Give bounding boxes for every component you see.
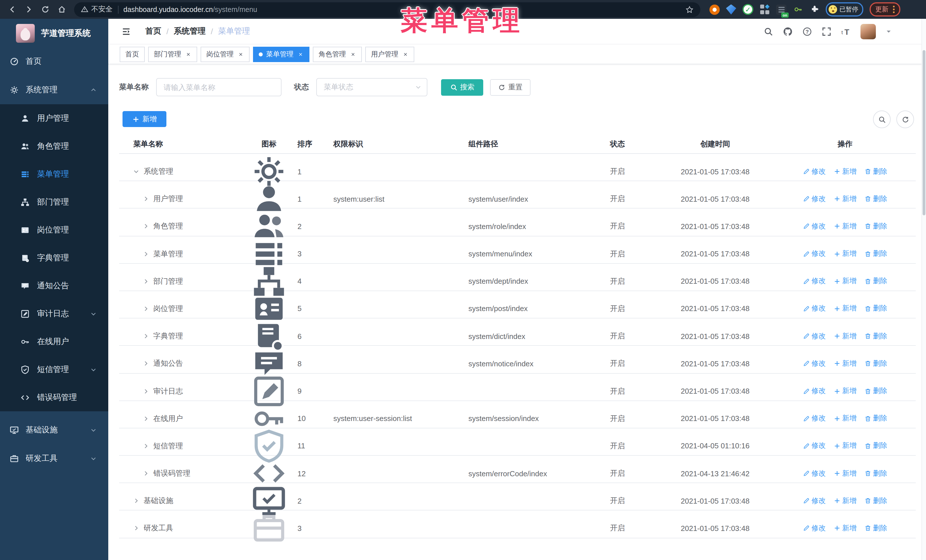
delete-link[interactable]: 删除 <box>864 167 887 176</box>
sidebar-item-6[interactable]: 岗位管理 <box>0 216 108 244</box>
edit-link[interactable]: 修改 <box>803 222 826 231</box>
expand-caret-icon[interactable] <box>142 305 149 312</box>
add-link[interactable]: 新增 <box>834 276 856 286</box>
browser-home-icon[interactable] <box>55 3 68 16</box>
reset-button[interactable]: 重置 <box>490 79 531 95</box>
sidebar-item-3[interactable]: 角色管理 <box>0 132 108 160</box>
close-icon[interactable] <box>349 51 356 57</box>
scrollbar-thumb[interactable] <box>923 50 925 215</box>
expand-caret-icon[interactable] <box>142 223 149 230</box>
search-icon[interactable] <box>764 27 773 36</box>
address-bar[interactable]: 不安全 dashboard.yudao.iocoder.cn/system/me… <box>74 2 701 17</box>
sidebar-item-12[interactable]: 错误码管理 <box>0 383 108 411</box>
expand-caret-icon[interactable] <box>142 388 149 394</box>
sidebar-item-5[interactable]: 部门管理 <box>0 188 108 216</box>
extension-proxy-icon[interactable]: on <box>776 4 787 15</box>
page-scrollbar[interactable] <box>921 19 926 560</box>
add-button[interactable]: 新增 <box>123 111 166 127</box>
expand-caret-icon[interactable] <box>133 498 139 504</box>
add-link[interactable]: 新增 <box>834 249 856 259</box>
hamburger-icon[interactable] <box>121 27 131 36</box>
breadcrumb-item[interactable]: 首页 <box>145 26 161 36</box>
browser-reload-icon[interactable] <box>38 3 52 16</box>
breadcrumb-item[interactable]: 系统管理 <box>174 26 206 36</box>
sidebar-item-11[interactable]: 短信管理 <box>0 355 108 383</box>
sidebar-item-9[interactable]: 审计日志 <box>0 300 108 328</box>
show-search-toggle-icon[interactable] <box>873 110 891 128</box>
sidebar-item-0[interactable]: 首页 <box>0 47 108 76</box>
close-icon[interactable] <box>237 51 244 57</box>
sidebar-item-7[interactable]: 字典管理 <box>0 244 108 272</box>
help-icon[interactable]: ? <box>802 27 812 36</box>
expand-caret-icon[interactable] <box>133 168 139 175</box>
extension-grid-icon[interactable] <box>760 4 770 15</box>
expand-caret-icon[interactable] <box>142 360 149 367</box>
delete-link[interactable]: 删除 <box>864 386 887 396</box>
user-avatar[interactable] <box>861 24 876 39</box>
sidebar-item-10[interactable]: 在线用户 <box>0 328 108 355</box>
github-icon[interactable] <box>783 27 793 36</box>
edit-link[interactable]: 修改 <box>803 167 826 176</box>
add-link[interactable]: 新增 <box>834 304 856 314</box>
sidebar-item-8[interactable]: 通知公告 <box>0 272 108 300</box>
expand-caret-icon[interactable] <box>133 525 139 532</box>
browser-back-icon[interactable] <box>5 3 19 16</box>
extension-check-icon[interactable]: ✓ <box>743 4 754 15</box>
add-link[interactable]: 新增 <box>834 331 856 341</box>
add-link[interactable]: 新增 <box>834 441 856 451</box>
delete-link[interactable]: 删除 <box>864 441 887 451</box>
edit-link[interactable]: 修改 <box>803 469 826 478</box>
bookmark-star-icon[interactable] <box>685 5 693 14</box>
add-link[interactable]: 新增 <box>834 194 856 204</box>
add-link[interactable]: 新增 <box>834 469 856 478</box>
add-link[interactable]: 新增 <box>834 359 856 368</box>
delete-link[interactable]: 删除 <box>864 249 887 259</box>
tab-item[interactable]: 用户管理 <box>365 47 414 62</box>
tab-item[interactable]: 部门管理 <box>148 47 197 62</box>
expand-caret-icon[interactable] <box>142 195 149 202</box>
edit-link[interactable]: 修改 <box>803 249 826 259</box>
fullscreen-icon[interactable] <box>822 27 831 36</box>
edit-link[interactable]: 修改 <box>803 496 826 506</box>
sidebar-item-4[interactable]: 菜单管理 <box>0 160 108 188</box>
extension-gem-icon[interactable] <box>726 4 736 15</box>
browser-update-button[interactable]: 更新 <box>870 2 900 17</box>
search-button[interactable]: 搜索 <box>441 79 483 95</box>
close-icon[interactable] <box>402 51 409 57</box>
extension-key-icon[interactable] <box>793 4 803 15</box>
edit-link[interactable]: 修改 <box>803 386 826 396</box>
edit-link[interactable]: 修改 <box>803 276 826 286</box>
expand-caret-icon[interactable] <box>142 333 149 340</box>
status-select[interactable]: 菜单状态 <box>316 78 427 96</box>
edit-link[interactable]: 修改 <box>803 524 826 533</box>
delete-link[interactable]: 删除 <box>864 331 887 341</box>
add-link[interactable]: 新增 <box>834 167 856 176</box>
sidebar-item-1[interactable]: 系统管理 <box>0 76 108 104</box>
tab-item[interactable]: 角色管理 <box>313 47 362 62</box>
sidebar-item-13[interactable]: 基础设施 <box>0 416 108 444</box>
add-link[interactable]: 新增 <box>834 386 856 396</box>
delete-link[interactable]: 删除 <box>864 496 887 506</box>
expand-caret-icon[interactable] <box>142 251 149 257</box>
delete-link[interactable]: 删除 <box>864 414 887 423</box>
paused-extension-badge[interactable]: 已暂停 <box>826 2 863 17</box>
delete-link[interactable]: 删除 <box>864 222 887 231</box>
add-link[interactable]: 新增 <box>834 222 856 231</box>
font-size-icon[interactable]: tT <box>841 27 851 36</box>
delete-link[interactable]: 删除 <box>864 194 887 204</box>
menu-name-input[interactable] <box>156 78 281 96</box>
delete-link[interactable]: 删除 <box>864 276 887 286</box>
tab-item[interactable]: 岗位管理 <box>201 47 250 62</box>
refresh-table-icon[interactable] <box>896 110 914 128</box>
edit-link[interactable]: 修改 <box>803 441 826 451</box>
avatar-caret-down-icon[interactable] <box>885 28 892 35</box>
add-link[interactable]: 新增 <box>834 524 856 533</box>
app-logo[interactable]: 芋道管理系统 <box>0 19 108 47</box>
edit-link[interactable]: 修改 <box>803 304 826 314</box>
edit-link[interactable]: 修改 <box>803 194 826 204</box>
expand-caret-icon[interactable] <box>142 470 149 477</box>
expand-caret-icon[interactable] <box>142 415 149 422</box>
close-icon[interactable] <box>185 51 191 57</box>
expand-caret-icon[interactable] <box>142 278 149 285</box>
extension-puzzle-icon[interactable] <box>809 4 819 15</box>
